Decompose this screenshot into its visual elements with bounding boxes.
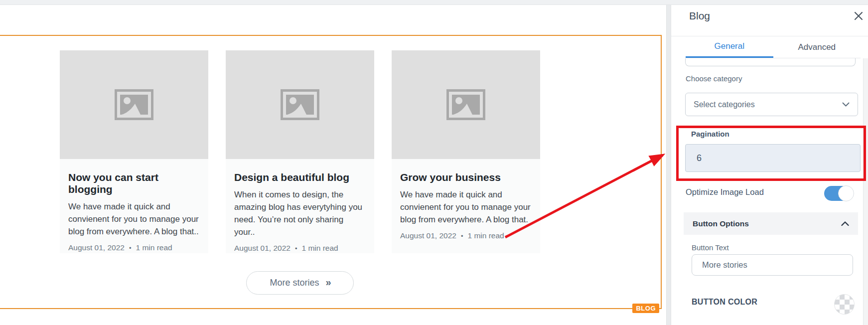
canvas-scrollbar[interactable] [666, 5, 671, 325]
button-text-label: Button Text [692, 243, 729, 252]
button-text-input[interactable] [692, 254, 853, 276]
image-placeholder [226, 50, 374, 159]
double-chevron-right-icon: » [325, 277, 330, 290]
pagination-input[interactable] [685, 144, 861, 172]
image-placeholder-icon [446, 89, 485, 120]
card-body: Design a beautiful blog When it comes to… [226, 159, 374, 253]
button-color-swatch-transparent[interactable] [834, 294, 855, 315]
card-read-time: 1 min read [301, 244, 338, 253]
card-date: August 01, 2022 [400, 231, 456, 240]
more-stories-button[interactable]: More stories » [246, 271, 354, 295]
card-excerpt: We have made it quick and convienent for… [400, 188, 532, 226]
card-date: August 01, 2022 [68, 243, 125, 252]
more-stories-label: More stories [270, 278, 319, 288]
panel-scrollbar[interactable] [863, 58, 868, 325]
blog-settings-panel: Blog General Advanced Choose category Se… [671, 0, 868, 325]
chevron-up-icon [841, 219, 849, 228]
panel-tabs: General Advanced [686, 36, 861, 58]
image-placeholder-icon [281, 89, 319, 120]
optimize-image-load-toggle[interactable] [824, 186, 854, 201]
button-color-label: BUTTON COLOR [692, 298, 757, 307]
button-options-header: Button Options [693, 219, 749, 228]
image-placeholder [392, 50, 540, 159]
choose-category-label: Choose category [686, 74, 742, 83]
blog-card[interactable]: Now you can start blogging We have made … [60, 50, 208, 253]
blog-card[interactable]: Grow your business We have made it quick… [392, 50, 540, 253]
chevron-down-icon [842, 100, 850, 109]
card-excerpt: We have made it quick and convienent for… [68, 200, 200, 238]
meta-separator: • [295, 245, 297, 252]
button-options-accordion[interactable]: Button Options [684, 212, 858, 235]
meta-separator: • [129, 244, 132, 252]
card-meta: August 01, 2022 • 1 min read [68, 243, 200, 252]
panel-title: Blog [689, 10, 710, 22]
image-placeholder [60, 50, 208, 159]
app-root: BLOG Now you can start blogging We have … [0, 0, 868, 325]
card-meta: August 01, 2022 • 1 min read [400, 231, 532, 240]
editor-canvas: BLOG Now you can start blogging We have … [0, 0, 666, 325]
image-placeholder-icon [115, 89, 153, 120]
category-select[interactable]: Select categories [685, 93, 858, 116]
category-select-value: Select categories [694, 100, 755, 109]
browser-top-strip [0, 0, 868, 5]
card-excerpt: When it comes to design, the amazing blo… [234, 188, 366, 238]
card-date: August 01, 2022 [234, 244, 290, 253]
blog-section-badge[interactable]: BLOG [632, 304, 659, 313]
card-read-time: 1 min read [467, 231, 504, 240]
card-title: Design a beautiful blog [234, 171, 366, 183]
card-title: Grow your business [400, 171, 532, 183]
scrolled-field-partial [685, 58, 856, 66]
card-read-time: 1 min read [136, 243, 172, 252]
card-body: Now you can start blogging We have made … [60, 159, 208, 253]
tab-advanced[interactable]: Advanced [773, 36, 861, 58]
meta-separator: • [461, 232, 463, 240]
pagination-label: Pagination [691, 130, 729, 138]
card-title: Now you can start blogging [68, 171, 200, 195]
optimize-image-load-label: Optimize Image Load [686, 187, 764, 197]
toggle-knob [838, 185, 854, 201]
card-meta: August 01, 2022 • 1 min read [234, 244, 366, 253]
card-body: Grow your business We have made it quick… [392, 159, 540, 253]
blog-card[interactable]: Design a beautiful blog When it comes to… [226, 50, 374, 253]
tab-general[interactable]: General [686, 36, 773, 58]
close-icon[interactable] [854, 11, 864, 21]
